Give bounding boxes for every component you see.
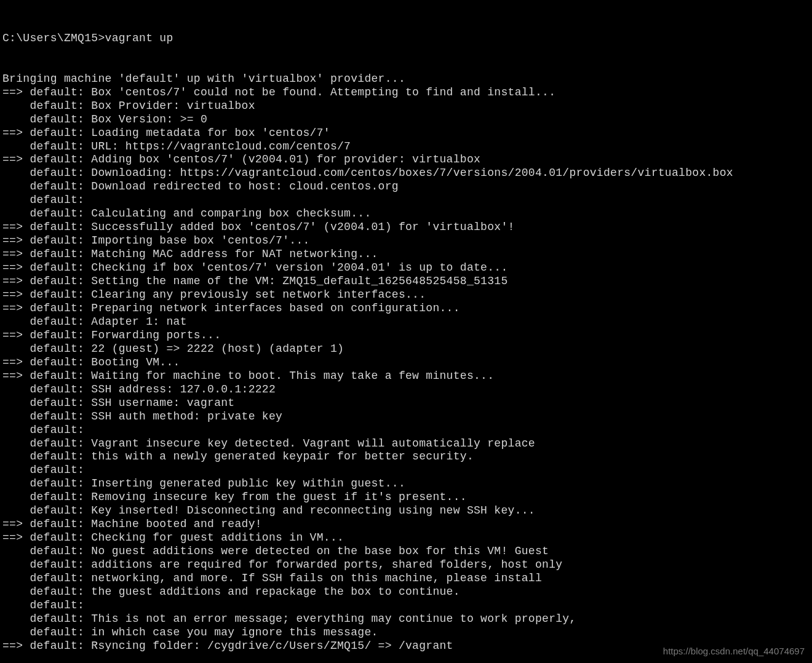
output-line: ==> default: Clearing any previously set… xyxy=(2,288,810,302)
output-line: default: xyxy=(2,424,810,437)
output-line: default: xyxy=(2,599,810,613)
output-line: ==> default: Waiting for machine to boot… xyxy=(2,370,810,383)
output-line: Bringing machine 'default' up with 'virt… xyxy=(2,73,810,86)
output-line: ==> default: Booting VM... xyxy=(2,356,810,370)
output-line: default: Downloading: https://vagrantclo… xyxy=(2,167,810,180)
output-line: default: xyxy=(2,194,810,207)
output-line: default: this with a newly generated key… xyxy=(2,450,810,464)
output-line: default: Inserting generated public key … xyxy=(2,477,810,491)
output-line: ==> default: Checking for guest addition… xyxy=(2,531,810,545)
output-line: default: SSH username: vagrant xyxy=(2,397,810,410)
output-line: default: Download redirected to host: cl… xyxy=(2,180,810,194)
output-line: ==> default: Machine booted and ready! xyxy=(2,518,810,531)
output-line: default: Box Provider: virtualbox xyxy=(2,100,810,113)
output-line: default: URL: https://vagrantcloud.com/c… xyxy=(2,140,810,154)
output-line: ==> default: Loading metadata for box 'c… xyxy=(2,127,810,140)
output-line: default: This is not an error message; e… xyxy=(2,613,810,626)
output-line: ==> default: Checking if box 'centos/7' … xyxy=(2,261,810,275)
output-line: default: in which case you may ignore th… xyxy=(2,626,810,640)
output-lines: Bringing machine 'default' up with 'virt… xyxy=(2,73,810,653)
output-line: default: networking, and more. If SSH fa… xyxy=(2,572,810,586)
output-line: default: 22 (guest) => 2222 (host) (adap… xyxy=(2,343,810,356)
output-line: ==> default: Matching MAC address for NA… xyxy=(2,248,810,261)
output-line: default: No guest additions were detecte… xyxy=(2,545,810,558)
output-line: default: xyxy=(2,464,810,477)
output-line: ==> default: Box 'centos/7' could not be… xyxy=(2,86,810,100)
output-line: ==> default: Setting the name of the VM:… xyxy=(2,275,810,288)
output-line: default: Calculating and comparing box c… xyxy=(2,207,810,221)
output-line: default: Key inserted! Disconnecting and… xyxy=(2,504,810,518)
terminal-output[interactable]: C:\Users\ZMQ15>vagrant up Bringing machi… xyxy=(2,5,810,663)
output-line: ==> default: Importing base box 'centos/… xyxy=(2,234,810,248)
command-prompt-line: C:\Users\ZMQ15>vagrant up xyxy=(2,32,810,46)
output-line: default: additions are required for forw… xyxy=(2,558,810,572)
output-line: ==> default: Forwarding ports... xyxy=(2,329,810,343)
output-line: default: the guest additions and repacka… xyxy=(2,586,810,599)
output-line: default: SSH address: 127.0.0.1:2222 xyxy=(2,383,810,397)
output-line: default: Vagrant insecure key detected. … xyxy=(2,437,810,451)
output-line: default: Box Version: >= 0 xyxy=(2,113,810,127)
output-line: default: SSH auth method: private key xyxy=(2,410,810,424)
watermark-text: https://blog.csdn.net/qq_44074697 xyxy=(663,646,805,657)
output-line: ==> default: Successfully added box 'cen… xyxy=(2,221,810,234)
output-line: ==> default: Adding box 'centos/7' (v200… xyxy=(2,153,810,167)
output-line: ==> default: Preparing network interface… xyxy=(2,302,810,316)
output-line: default: Adapter 1: nat xyxy=(2,316,810,329)
output-line: default: Removing insecure key from the … xyxy=(2,491,810,504)
